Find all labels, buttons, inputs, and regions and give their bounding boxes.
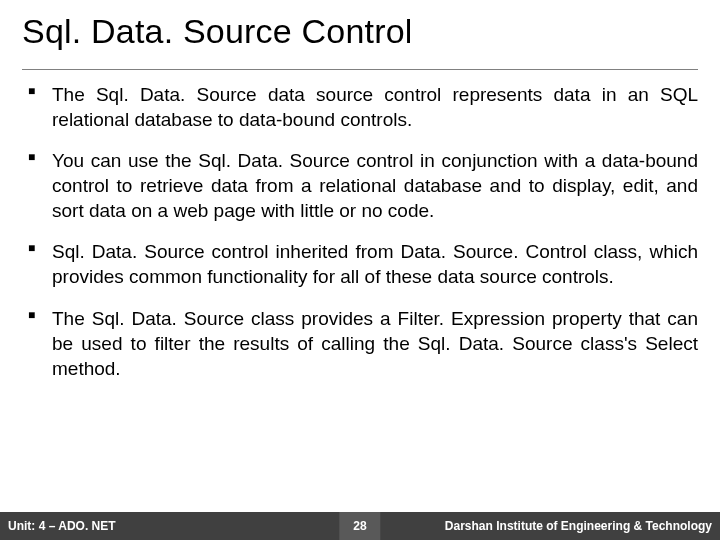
footer-page-number: 28 (339, 512, 380, 540)
slide: Sql. Data. Source Control The Sql. Data.… (0, 0, 720, 540)
footer-unit: Unit: 4 – ADO. NET (8, 519, 116, 533)
list-item: The Sql. Data. Source class provides a F… (22, 306, 698, 381)
list-item: You can use the Sql. Data. Source contro… (22, 148, 698, 223)
title-rule (22, 69, 698, 70)
list-item: The Sql. Data. Source data source contro… (22, 82, 698, 132)
footer-org: Darshan Institute of Engineering & Techn… (445, 519, 712, 533)
list-item: Sql. Data. Source control inherited from… (22, 239, 698, 289)
slide-title: Sql. Data. Source Control (22, 12, 698, 55)
bullet-list: The Sql. Data. Source data source contro… (22, 82, 698, 381)
footer-bar: Unit: 4 – ADO. NET 28 Darshan Institute … (0, 512, 720, 540)
